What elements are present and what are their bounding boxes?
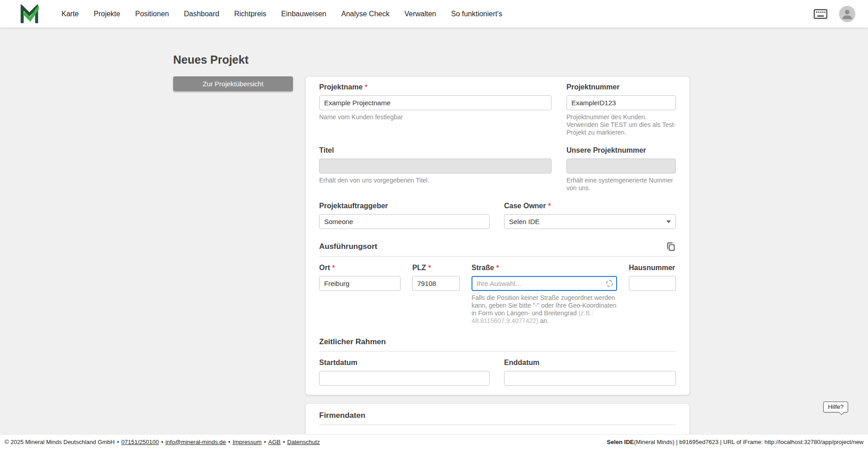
topbar-actions — [814, 6, 868, 22]
hausnummer-input[interactable] — [629, 276, 676, 291]
footer-datenschutz-link[interactable]: Datenschutz — [287, 439, 320, 445]
firmendaten-section-title: Firmendaten — [319, 411, 365, 420]
titel-helper: Erhält den von uns vorgegebenen Titel. — [319, 177, 552, 184]
unsere-projektnummer-input — [566, 159, 676, 173]
ausfuehrungsort-section-title: Ausführungsort — [319, 242, 377, 251]
ort-label: Ort* — [319, 264, 401, 272]
nav-item-einbauweisen[interactable]: Einbauweisen — [281, 10, 326, 18]
hausnummer-field: Hausnummer — [629, 264, 676, 325]
enddatum-field: Enddatum — [504, 359, 676, 386]
projektauftraggeber-field: Projektauftraggeber — [319, 202, 490, 229]
nav-item-so-funktionierts[interactable]: So funktioniert's — [451, 10, 502, 18]
required-asterisk: * — [428, 263, 431, 271]
footer-separator: • — [117, 439, 119, 445]
footer-separator: • — [228, 439, 231, 445]
enddatum-input[interactable] — [504, 371, 676, 386]
ausfuehrungsort-section-header: Ausführungsort — [319, 242, 676, 252]
projektnummer-field: Projektnummer Projektnummer des Kunden. … — [566, 83, 676, 136]
enddatum-label: Enddatum — [504, 359, 676, 367]
firmendaten-section-header: Firmendaten — [319, 411, 676, 420]
unsere-projektnummer-label: Unsere Projektnummer — [566, 146, 676, 154]
main-nav: Karte Projekte Positionen Dashboard Rich… — [61, 10, 502, 18]
section-divider — [319, 256, 676, 257]
required-asterisk: * — [496, 263, 499, 271]
page-title: Neues Projekt — [173, 53, 249, 66]
case-owner-field: Case Owner* Selen IDE — [504, 202, 676, 229]
ort-input[interactable] — [319, 276, 401, 291]
top-nav-bar: Karte Projekte Positionen Dashboard Rich… — [0, 0, 868, 28]
startdatum-input[interactable] — [319, 371, 490, 386]
footer-separator: • — [264, 439, 266, 445]
projektnummer-input[interactable] — [566, 95, 676, 110]
projektauftraggeber-label: Projektauftraggeber — [319, 202, 490, 210]
projektname-field: Projektname* Name vom Kunden festlegbar — [319, 83, 552, 136]
project-form-card: Projektname* Name vom Kunden festlegbar … — [306, 77, 689, 395]
nav-item-dashboard[interactable]: Dashboard — [184, 10, 219, 18]
footer-session-details: (Mineral Minds) | b91695ed7623 | URL of … — [634, 439, 863, 445]
form-row-2: Titel Erhält den von uns vorgegebenen Ti… — [319, 146, 676, 192]
projektnummer-helper: Projektnummer des Kunden. Verwenden Sie … — [566, 113, 676, 136]
back-to-projects-button[interactable]: Zur Projektübersicht — [173, 76, 293, 91]
footer-separator: • — [161, 439, 163, 445]
section-divider — [319, 351, 676, 351]
case-owner-value: Selen IDE — [509, 218, 540, 225]
hausnummer-label: Hausnummer — [629, 264, 676, 272]
footer-email-link[interactable]: info@mineral-minds.de — [165, 439, 226, 445]
zeitlicher-rahmen-section-header: Zeitlicher Rahmen — [319, 337, 676, 346]
footer-username: Selen IDE — [607, 439, 634, 445]
strasse-input[interactable] — [472, 276, 617, 291]
nav-item-analyse-check[interactable]: Analyse Check — [341, 10, 390, 18]
copy-icon[interactable] — [666, 242, 676, 252]
projektauftraggeber-input[interactable] — [319, 214, 490, 229]
nav-item-projekte[interactable]: Projekte — [94, 10, 120, 18]
unsere-projektnummer-field: Unsere Projektnummer Erhält eine systemg… — [566, 146, 676, 192]
mineral-minds-logo-icon[interactable] — [20, 5, 39, 23]
strasse-field: Straße* Falls die Position keiner Straße… — [472, 264, 617, 325]
footer-agb-link[interactable]: AGB — [268, 439, 280, 445]
required-asterisk: * — [548, 201, 551, 209]
required-asterisk: * — [332, 263, 335, 271]
strasse-input-wrap — [472, 276, 617, 291]
form-row-3: Projektauftraggeber Case Owner* Selen ID… — [319, 202, 676, 229]
form-row-1: Projektname* Name vom Kunden festlegbar … — [319, 83, 676, 136]
footer-session-info: Selen IDE (Mineral Minds) | b91695ed7623… — [607, 439, 863, 445]
help-button[interactable]: Hilfe? — [823, 402, 848, 412]
ort-field: Ort* — [319, 264, 401, 325]
nav-item-karte[interactable]: Karte — [61, 10, 79, 18]
footer-left: © 2025 Mineral Minds Deutschland GmbH • … — [5, 439, 320, 445]
case-owner-select[interactable]: Selen IDE — [504, 214, 676, 229]
keyboard-icon[interactable] — [814, 9, 827, 19]
titel-field: Titel Erhält den von uns vorgegebenen Ti… — [319, 146, 552, 192]
loading-spinner-icon — [606, 280, 613, 287]
plz-label: PLZ* — [412, 264, 460, 272]
projektname-input[interactable] — [319, 95, 552, 110]
strasse-label: Straße* — [472, 264, 617, 272]
projektname-helper: Name vom Kunden festlegbar — [319, 113, 552, 121]
titel-label: Titel — [319, 146, 552, 154]
nav-item-richtpreis[interactable]: Richtpreis — [234, 10, 266, 18]
footer: © 2025 Mineral Minds Deutschland GmbH • … — [0, 434, 868, 449]
projektname-label: Projektname* — [319, 83, 552, 91]
projektnummer-label: Projektnummer — [566, 83, 676, 91]
chevron-down-icon — [666, 220, 671, 223]
form-row-4: Ort* PLZ* Straße* Falls die Position kei… — [319, 264, 676, 325]
zeitlicher-rahmen-section-title: Zeitlicher Rahmen — [319, 337, 386, 346]
footer-impressum-link[interactable]: Impressum — [232, 439, 261, 445]
nav-item-positionen[interactable]: Positionen — [135, 10, 169, 18]
startdatum-field: Startdatum — [319, 359, 490, 386]
unsere-projektnummer-helper: Erhält eine systemgenerierte Nummer von … — [566, 177, 676, 192]
case-owner-label: Case Owner* — [504, 202, 676, 210]
startdatum-label: Startdatum — [319, 359, 490, 367]
plz-field: PLZ* — [412, 264, 460, 325]
required-asterisk: * — [365, 83, 368, 90]
strasse-helper: Falls die Position keiner Straße zugeord… — [472, 294, 617, 325]
plz-input[interactable] — [412, 276, 460, 291]
form-row-5: Startdatum Enddatum — [319, 359, 676, 386]
nav-item-verwalten[interactable]: Verwalten — [404, 10, 436, 18]
footer-copyright: © 2025 Mineral Minds Deutschland GmbH — [5, 439, 115, 445]
user-avatar[interactable] — [839, 6, 855, 22]
footer-separator: • — [283, 439, 285, 445]
section-divider — [319, 425, 676, 425]
titel-input — [319, 159, 552, 173]
footer-phone-link[interactable]: 07151/250100 — [121, 439, 159, 445]
